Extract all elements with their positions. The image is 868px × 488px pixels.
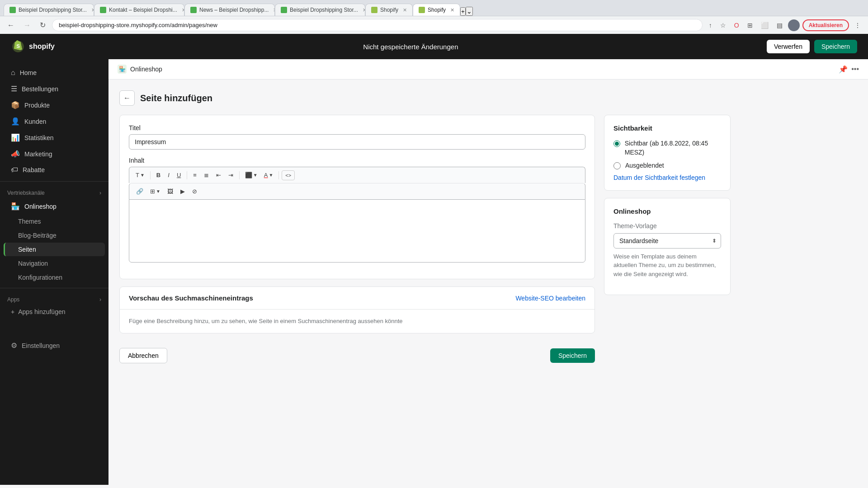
link-button[interactable]: 🔗 bbox=[133, 186, 146, 197]
sidebar-item-configurations[interactable]: Konfigurationen bbox=[4, 271, 105, 284]
visibility-visible-option: Sichtbar (ab 16.8.2022, 08:45 MESZ) bbox=[613, 139, 721, 157]
forward-button[interactable]: → bbox=[21, 19, 33, 31]
video-button[interactable]: ▶ bbox=[177, 186, 188, 197]
browser-tab-4[interactable]: Beispiel Dropshipping Stor... ✕ bbox=[275, 4, 365, 16]
share-icon[interactable]: ↑ bbox=[706, 20, 715, 31]
theme-template-select[interactable]: Standardseite Kontaktseite Impressum bbox=[613, 233, 721, 249]
html-button[interactable]: <> bbox=[282, 170, 295, 180]
text-color-icon: A bbox=[264, 172, 268, 178]
cancel-button[interactable]: Abbrechen bbox=[119, 348, 167, 363]
address-bar[interactable] bbox=[52, 19, 703, 31]
tab-close-5[interactable]: ✕ bbox=[403, 7, 407, 13]
set-date-link[interactable]: Datum der Sichtbarkeit festlegen bbox=[613, 174, 721, 181]
sidebar-home-label: Home bbox=[20, 69, 37, 76]
visibility-title: Sichtbarkeit bbox=[613, 124, 721, 132]
title-field-group: Titel bbox=[129, 124, 585, 150]
table-icon: ⊞ bbox=[150, 188, 155, 195]
menu-icon[interactable]: ⋮ bbox=[852, 20, 863, 31]
code-button[interactable]: ⊘ bbox=[189, 186, 200, 197]
text-color-dropdown[interactable]: A ▼ bbox=[261, 170, 276, 180]
browser-tab-2[interactable]: Kontakt – Beispiel Dropshi... ✕ bbox=[94, 4, 184, 16]
sidebar-item-themes[interactable]: Themes bbox=[4, 215, 105, 228]
indent-increase-button[interactable]: ⇥ bbox=[225, 170, 236, 180]
panel-store-name-label: Onlineshop bbox=[130, 66, 162, 73]
sidebar-item-customers[interactable]: 👤 Kunden bbox=[4, 113, 105, 129]
user-avatar bbox=[788, 19, 800, 31]
sidebar-item-settings[interactable]: ⚙ Einstellungen bbox=[4, 338, 105, 353]
header-save-button[interactable]: Speichern bbox=[814, 40, 857, 53]
sidebar-item-navigation[interactable]: Navigation bbox=[4, 257, 105, 270]
italic-button[interactable]: I bbox=[165, 170, 173, 180]
browser-tab-1[interactable]: Beispiel Dropshipping Stor... ✕ bbox=[4, 4, 94, 16]
tab-favicon-3 bbox=[190, 7, 197, 13]
store-icon: 🏪 bbox=[118, 65, 127, 74]
back-button[interactable]: ← bbox=[119, 90, 135, 106]
browser-tab-5[interactable]: Shopify ✕ bbox=[365, 4, 413, 16]
sidebar-item-pages[interactable]: Seiten bbox=[4, 243, 105, 256]
add-apps-item[interactable]: + Apps hinzufügen bbox=[4, 305, 105, 319]
image-button[interactable]: 🖼 bbox=[164, 186, 176, 197]
title-input[interactable] bbox=[129, 134, 585, 150]
sidebar-settings-label: Einstellungen bbox=[22, 342, 60, 349]
seo-card-header: Vorschau des Suchmaschineneintrags Websi… bbox=[120, 287, 594, 310]
reload-button[interactable]: ↻ bbox=[37, 19, 48, 31]
apps-expand-icon[interactable]: › bbox=[99, 296, 101, 303]
sidebar-item-blog[interactable]: Blog-Beiträge bbox=[4, 229, 105, 242]
browser-actions: ↑ ☆ O ⊞ ⬜ ▤ Aktualisieren ⋮ bbox=[706, 19, 863, 31]
tab-label-3: News – Beispiel Dropshipp... bbox=[199, 7, 269, 13]
sidebar-item-orders[interactable]: ☰ Bestellungen bbox=[4, 81, 105, 97]
sidebar-item-statistics[interactable]: 📊 Statistiken bbox=[4, 130, 105, 145]
seo-edit-link[interactable]: Website-SEO bearbeiten bbox=[515, 295, 585, 302]
sidebar-icon[interactable]: ▤ bbox=[774, 20, 785, 31]
update-button[interactable]: Aktualisieren bbox=[802, 19, 849, 31]
page-title: Seite hinzufügen bbox=[140, 93, 212, 103]
ordered-list-button[interactable]: ≣ bbox=[201, 170, 212, 180]
visibility-visible-label: Sichtbar (ab 16.8.2022, 08:45 MESZ) bbox=[625, 139, 721, 157]
save-button[interactable]: Speichern bbox=[550, 348, 595, 363]
sidebar-item-home[interactable]: ⌂ Home bbox=[4, 65, 105, 80]
back-button[interactable]: ← bbox=[5, 19, 17, 31]
plus-icon: + bbox=[11, 308, 14, 315]
pin-button[interactable]: 📌 bbox=[839, 65, 848, 74]
new-tab-button[interactable]: + bbox=[460, 7, 466, 16]
sidebar-item-products[interactable]: 📦 Produkte bbox=[4, 97, 105, 113]
sidebar-products-label: Produkte bbox=[24, 102, 50, 109]
screenshot-icon[interactable]: ⬜ bbox=[758, 20, 771, 31]
text-style-dropdown[interactable]: T ▼ bbox=[133, 170, 147, 180]
editor-body[interactable] bbox=[129, 199, 585, 263]
bookmark-icon[interactable]: ☆ bbox=[717, 20, 729, 31]
page-content: ← Seite hinzufügen Titel bbox=[108, 80, 741, 378]
tab-overflow-button[interactable]: ⌄ bbox=[466, 7, 473, 16]
indent-decrease-button[interactable]: ⇤ bbox=[213, 170, 224, 180]
table-dropdown[interactable]: ⊞ ▼ bbox=[147, 186, 163, 197]
bold-button[interactable]: B bbox=[153, 170, 164, 180]
sidebar-item-onlineshop[interactable]: 🏪 Onlineshop bbox=[4, 198, 105, 214]
toolbar-divider-4 bbox=[278, 171, 279, 179]
browser-tabs: Beispiel Dropshipping Stor... ✕ Kontakt … bbox=[0, 0, 868, 16]
sidebar-statistics-label: Statistiken bbox=[24, 134, 54, 141]
tab-label-1: Beispiel Dropshipping Stor... bbox=[19, 7, 87, 13]
alignment-dropdown[interactable]: ⬛ ▼ bbox=[242, 170, 260, 180]
visibility-card: Sichtbarkeit Sichtbar (ab 16.8.2022, 08:… bbox=[604, 115, 731, 191]
browser-tab-3[interactable]: News – Beispiel Dropshipp... ✕ bbox=[184, 4, 275, 16]
unordered-list-button[interactable]: ≡ bbox=[190, 170, 200, 180]
browser-tab-6[interactable]: Shopify ✕ bbox=[413, 4, 460, 16]
visibility-visible-radio[interactable] bbox=[613, 140, 620, 147]
sidebar-item-marketing[interactable]: 📣 Marketing bbox=[4, 146, 105, 162]
sidebar-item-discounts[interactable]: 🏷 Rabatte bbox=[4, 162, 105, 178]
visibility-hidden-radio[interactable] bbox=[613, 162, 621, 169]
unsaved-changes-notice: Nicht gespeicherte Änderungen bbox=[363, 43, 458, 51]
dropdown-arrow-icon: ▼ bbox=[140, 173, 145, 178]
opera-icon[interactable]: O bbox=[731, 20, 742, 31]
editor-toolbar-row2: 🔗 ⊞ ▼ 🖼 ▶ ⊘ bbox=[129, 183, 585, 199]
more-actions-button[interactable]: ••• bbox=[851, 65, 859, 73]
theme-select-wrapper: Standardseite Kontaktseite Impressum bbox=[613, 233, 721, 249]
tab-close-6[interactable]: ✕ bbox=[450, 7, 454, 13]
underline-button[interactable]: U bbox=[174, 170, 184, 180]
visibility-radio-group: Sichtbar (ab 16.8.2022, 08:45 MESZ) Ausg… bbox=[613, 139, 721, 170]
editor-toolbar: T ▼ B I U ≡ ≣ ⇤ bbox=[129, 167, 585, 183]
extensions-icon[interactable]: ⊞ bbox=[745, 20, 755, 31]
discard-button[interactable]: Verwerfen bbox=[767, 40, 810, 53]
main-col: Titel Inhalt T ▼ bbox=[119, 115, 595, 367]
sales-channels-expand-icon[interactable]: › bbox=[99, 190, 101, 196]
